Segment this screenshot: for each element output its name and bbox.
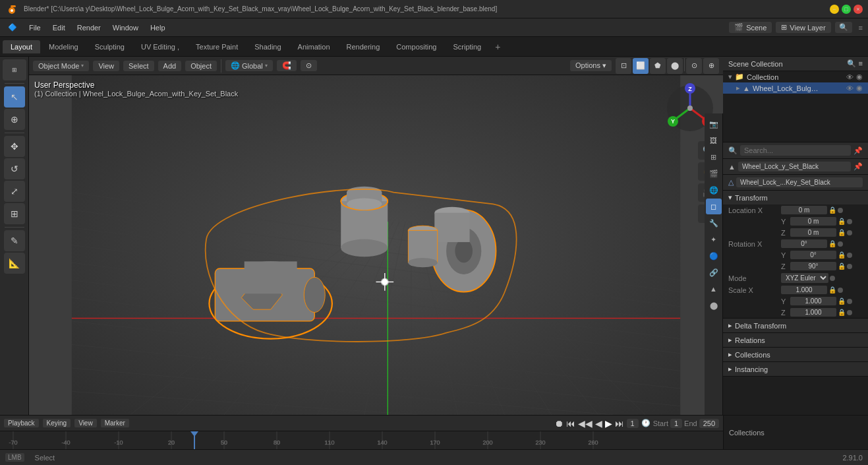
delta-transform-header[interactable]: ▸ Delta Transform [723,319,868,332]
viewport-shade-material[interactable]: ⬟ [650,58,666,74]
viewport[interactable]: Object Mode ▾ View Select Add Object 🌐 G… [29,57,723,415]
view-menu[interactable]: View [93,61,119,71]
prop-tab-object[interactable]: ◻ [706,199,722,214]
location-z-keyframe[interactable] [847,230,852,235]
playback-menu[interactable]: Playback [4,419,39,427]
prop-tab-material[interactable]: ⬤ [706,297,722,313]
rotation-y-input[interactable] [790,251,836,259]
tab-compositing[interactable]: Compositing [388,40,444,53]
location-y-lock[interactable]: 🔒 [838,218,846,225]
rotation-x-lock[interactable]: 🔒 [828,240,836,247]
skip-end-button[interactable]: ⏭ [615,418,624,429]
tool-scale[interactable]: ⤢ [4,181,25,202]
menu-file[interactable]: File [24,22,46,33]
properties-pin-icon[interactable]: 📌 [854,146,863,155]
close-button[interactable]: × [854,5,863,14]
prop-tab-physics[interactable]: 🔵 [706,248,722,264]
menu-blender[interactable]: 🔷 [3,22,22,33]
menu-render[interactable]: Render [72,22,106,33]
view-layer-selector[interactable]: ⊞ View Layer [776,22,830,33]
prop-tab-render[interactable]: 📷 [706,116,722,132]
search-button[interactable]: 🔍 [835,22,852,33]
viewport-shade-wire[interactable]: ⊡ [616,58,631,74]
play-button[interactable]: ▶ [605,418,612,429]
keying-menu[interactable]: Keying [43,419,71,427]
tool-move[interactable]: ✥ [4,136,25,157]
scale-x-lock[interactable]: 🔒 [828,286,836,294]
location-x-keyframe[interactable] [838,208,843,213]
viewport-shade-render[interactable]: ⬤ [667,58,683,74]
skip-start-button[interactable]: ⏮ [566,418,575,429]
rotation-z-lock[interactable]: 🔒 [838,263,846,270]
filter-icon[interactable]: ≡ [856,22,865,33]
tab-modeling[interactable]: Modeling [41,40,86,53]
prop-tab-constraints[interactable]: 🔗 [706,264,722,280]
object-pin-icon[interactable]: 📌 [854,162,863,171]
prop-tab-world[interactable]: 🌐 [706,182,722,198]
snap-button[interactable]: 🧲 [277,60,297,71]
add-workspace-button[interactable]: + [490,39,506,55]
tool-annotate[interactable]: ✎ [4,230,25,251]
prop-tab-output[interactable]: 🖼 [706,133,722,148]
menu-window[interactable]: Window [107,22,144,33]
collections-header[interactable]: ▸ Collections [723,348,868,361]
scale-x-input[interactable] [781,286,827,294]
relations-header[interactable]: ▸ Relations [723,333,868,347]
start-frame-input[interactable]: 1 [670,419,682,428]
scale-z-lock[interactable]: 🔒 [838,309,846,316]
object-name-input[interactable] [738,162,851,171]
viewport-overlay-toggle[interactable]: ⊙ [686,58,702,74]
instancing-header[interactable]: ▸ Instancing [723,362,868,376]
scale-y-input[interactable] [790,297,836,305]
scale-z-keyframe[interactable] [847,310,852,315]
object-item[interactable]: ▸ ▲ Wheel_Lock_Bulge_A 👁 ◉ [723,82,868,94]
viewport-shade-solid[interactable]: ⬜ [633,58,649,74]
prop-tab-view-layer[interactable]: ⊞ [706,149,722,165]
select-menu[interactable]: Select [123,61,154,71]
tab-animation[interactable]: Animation [290,40,338,53]
viewport-canvas[interactable]: User Perspective (1) Collection | Wheel_… [29,75,723,415]
record-button[interactable]: ⏺ [554,418,564,429]
tool-cursor[interactable]: ⊕ [4,109,25,130]
object-menu[interactable]: Object [185,61,217,71]
location-z-lock[interactable]: 🔒 [838,229,846,236]
rotation-z-keyframe[interactable] [847,264,852,269]
collection-restrict-icon[interactable]: ◉ [856,73,863,81]
rotation-z-input[interactable] [790,262,836,270]
collection-item[interactable]: ▾ 📁 Collection 👁 ◉ [723,71,868,82]
current-frame-display[interactable]: 1 [627,419,639,428]
prev-frame-button[interactable]: ◀◀ [578,418,593,429]
menu-edit[interactable]: Edit [47,22,71,33]
marker-menu[interactable]: Marker [101,419,129,427]
prop-tab-particles[interactable]: ✦ [706,232,722,247]
tool-mode-selector[interactable]: ⊞ [3,59,26,80]
object-restrict-icon[interactable]: ◉ [856,84,863,92]
location-x-input[interactable] [781,206,827,214]
location-y-keyframe[interactable] [847,219,852,224]
tool-transform[interactable]: ⊞ [4,203,25,224]
rotation-y-keyframe[interactable] [847,253,852,258]
mesh-name-input[interactable] [736,177,863,187]
rotation-mode-select[interactable]: XYZ Euler [781,273,828,283]
location-x-lock[interactable]: 🔒 [828,206,836,214]
location-y-input[interactable] [790,217,836,226]
scale-z-input[interactable] [790,308,836,317]
end-frame-input[interactable]: 250 [699,419,719,428]
tool-measure[interactable]: 📐 [4,253,25,274]
proportional-edit[interactable]: ⊙ [301,60,317,71]
scale-y-lock[interactable]: 🔒 [838,297,846,305]
menu-help[interactable]: Help [145,22,171,33]
mode-keyframe[interactable] [830,276,835,281]
collection-visibility-icon[interactable]: 👁 [846,73,854,81]
add-menu[interactable]: Add [158,61,182,71]
tab-scripting[interactable]: Scripting [445,40,489,53]
view-menu-timeline[interactable]: View [74,419,97,427]
rotation-x-input[interactable] [781,239,827,248]
tab-rendering[interactable]: Rendering [339,40,388,53]
tab-texture-paint[interactable]: Texture Paint [188,40,246,53]
scene-selector[interactable]: 🎬 Scene [729,22,772,33]
location-z-input[interactable] [790,228,836,237]
tab-sculpting[interactable]: Sculpting [87,40,132,53]
scale-x-keyframe[interactable] [838,288,843,293]
viewport-gizmo-toggle[interactable]: ⊕ [703,58,719,74]
